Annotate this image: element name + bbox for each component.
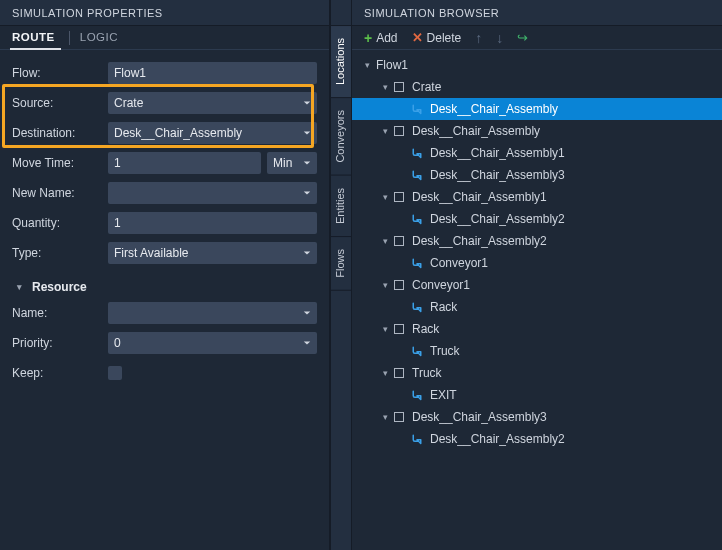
tree-row-label: Flow1 [376,58,408,72]
name-input[interactable] [114,306,311,320]
properties-panel-title: SIMULATION PROPERTIES [0,0,329,26]
destination-field[interactable]: Desk__Chair_Assembly [108,122,317,144]
collapse-icon[interactable] [378,280,392,290]
location-icon [392,80,406,94]
move-down-button[interactable]: ↓ [490,29,509,47]
row-type: Type: First Available [12,238,317,268]
newname-field[interactable] [108,182,317,204]
row-flow: Flow: [12,58,317,88]
quantity-input[interactable] [114,216,311,230]
tree-row[interactable]: Desk__Chair_Assembly1 [352,142,722,164]
side-tabs-spacer [331,0,351,26]
movetime-unit-field[interactable]: Min [267,152,317,174]
side-tab-locations[interactable]: Locations [331,26,351,98]
tree-row[interactable]: Desk__Chair_Assembly3 [352,164,722,186]
add-button[interactable]: + Add [358,28,404,48]
collapse-icon[interactable] [378,126,392,136]
quantity-label: Quantity: [12,216,102,230]
movetime-input[interactable] [114,156,255,170]
tree-row[interactable]: Conveyor1 [352,274,722,296]
tree-row-label: Truck [430,344,460,358]
keep-label: Keep: [12,366,102,380]
priority-field[interactable] [108,332,317,354]
type-value: First Available [114,246,188,260]
tab-logic[interactable]: LOGIC [76,27,126,49]
flow-label: Flow: [12,66,102,80]
tree-row[interactable]: Desk__Chair_Assembly2 [352,230,722,252]
tree-row[interactable]: Desk__Chair_Assembly [352,120,722,142]
share-button[interactable]: ↪ [511,28,534,47]
flow-input[interactable] [114,66,311,80]
tree-row[interactable]: Rack [352,296,722,318]
type-field[interactable]: First Available [108,242,317,264]
route-arrow-icon [410,146,424,160]
location-icon [392,234,406,248]
tree-row[interactable]: Truck [352,340,722,362]
tree-row[interactable]: Crate [352,76,722,98]
tree-row[interactable]: Desk__Chair_Assembly2 [352,208,722,230]
priority-input[interactable] [114,336,311,350]
movetime-field[interactable] [108,152,261,174]
flow-field[interactable] [108,62,317,84]
collapse-icon[interactable] [378,236,392,246]
tab-route[interactable]: ROUTE [8,27,63,49]
collapse-icon[interactable] [378,324,392,334]
side-tab-entities[interactable]: Entities [331,176,351,237]
name-label: Name: [12,306,102,320]
tree-row[interactable]: Rack [352,318,722,340]
properties-tabs: ROUTE LOGIC [0,26,329,50]
tree-row-label: EXIT [430,388,457,402]
tree-row-label: Desk__Chair_Assembly3 [412,410,547,424]
chevron-down-icon [303,306,311,320]
add-label: Add [376,31,397,45]
collapse-icon[interactable] [378,412,392,422]
tree-row-label: Rack [412,322,439,336]
source-value: Crate [114,96,143,110]
tree-row[interactable]: Desk__Chair_Assembly1 [352,186,722,208]
source-field[interactable]: Crate [108,92,317,114]
keep-checkbox[interactable] [108,366,122,380]
tree-row-label: Conveyor1 [412,278,470,292]
tree-row[interactable]: Conveyor1 [352,252,722,274]
side-tab-conveyors[interactable]: Conveyors [331,98,351,176]
tree-row[interactable]: Desk__Chair_Assembly [352,98,722,120]
row-keep: Keep: [12,358,317,388]
collapse-icon[interactable] [360,60,374,70]
type-label: Type: [12,246,102,260]
tree-view[interactable]: Flow1CrateDesk__Chair_AssemblyDesk__Chai… [352,50,722,550]
collapse-icon[interactable] [378,368,392,378]
row-source: Source: Crate [12,88,317,118]
route-arrow-icon [410,300,424,314]
name-field[interactable] [108,302,317,324]
location-icon [392,124,406,138]
tree-row[interactable]: Truck [352,362,722,384]
delete-button[interactable]: ✕ Delete [406,28,468,47]
location-icon [392,410,406,424]
tree-row[interactable]: Desk__Chair_Assembly3 [352,406,722,428]
side-tab-flows[interactable]: Flows [331,237,351,291]
browser-toolbar: + Add ✕ Delete ↑ ↓ ↪ [352,26,722,50]
tree-row[interactable]: Flow1 [352,54,722,76]
x-icon: ✕ [412,30,423,45]
collapse-icon[interactable] [378,82,392,92]
newname-input[interactable] [114,186,311,200]
tree-row-label: Truck [412,366,442,380]
route-arrow-icon [410,168,424,182]
collapse-icon [12,282,26,292]
resource-section-header[interactable]: Resource [12,280,317,294]
tree-row[interactable]: EXIT [352,384,722,406]
plus-icon: + [364,30,372,46]
movetime-label: Move Time: [12,156,102,170]
share-icon: ↪ [517,30,528,45]
route-arrow-icon [410,344,424,358]
tree-row[interactable]: Desk__Chair_Assembly2 [352,428,722,450]
collapse-icon[interactable] [378,192,392,202]
destination-label: Destination: [12,126,102,140]
move-up-button[interactable]: ↑ [469,29,488,47]
route-arrow-icon [410,388,424,402]
route-arrow-icon [410,432,424,446]
tree-row-label: Desk__Chair_Assembly2 [430,432,565,446]
row-newname: New Name: [12,178,317,208]
arrow-down-icon: ↓ [496,31,503,45]
quantity-field[interactable] [108,212,317,234]
